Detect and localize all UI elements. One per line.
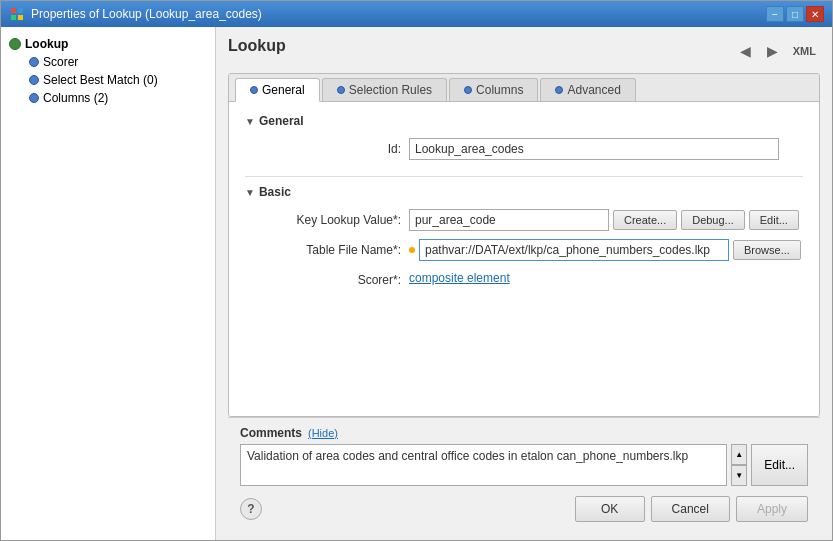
lookup-icon <box>9 38 21 50</box>
sidebar-item-lookup[interactable]: Lookup <box>1 35 215 53</box>
svg-rect-0 <box>11 8 16 13</box>
nav-forward-button[interactable]: ▶ <box>762 40 783 62</box>
scorer-icon <box>29 57 39 67</box>
sidebar-item-lookup-label: Lookup <box>25 37 68 51</box>
title-bar: Properties of Lookup (Lookup_area_codes)… <box>1 1 832 27</box>
scorer-label: Scorer*: <box>261 269 401 287</box>
sidebar-item-select-best-match-label: Select Best Match (0) <box>43 73 158 87</box>
window-content: Lookup Scorer Select Best Match (0) Colu… <box>1 27 832 540</box>
sidebar-item-columns-label: Columns (2) <box>43 91 108 105</box>
comments-header: Comments (Hide) <box>240 426 808 440</box>
section-divider <box>245 176 803 177</box>
scorer-link[interactable]: composite element <box>409 271 510 285</box>
general-collapse-btn[interactable]: ▼ <box>245 116 255 127</box>
key-lookup-row: Create... Debug... Edit... <box>409 209 803 231</box>
sidebar: Lookup Scorer Select Best Match (0) Colu… <box>1 27 216 540</box>
hide-comments-link[interactable]: (Hide) <box>308 427 338 439</box>
create-button[interactable]: Create... <box>613 210 677 230</box>
comments-label: Comments <box>240 426 302 440</box>
main-window: Properties of Lookup (Lookup_area_codes)… <box>0 0 833 541</box>
comments-section: Comments (Hide) Validation of area codes… <box>240 426 808 486</box>
title-controls: − □ ✕ <box>766 6 824 22</box>
sidebar-item-scorer-label: Scorer <box>43 55 78 69</box>
comments-textarea[interactable]: Validation of area codes and central off… <box>240 444 727 486</box>
action-buttons: OK Cancel Apply <box>575 496 808 522</box>
tab-advanced-label: Advanced <box>567 83 620 97</box>
tab-general-icon <box>250 86 258 94</box>
svg-rect-3 <box>18 15 23 20</box>
tab-general-label: General <box>262 83 305 97</box>
key-lookup-label: Key Lookup Value*: <box>261 209 401 231</box>
key-lookup-input[interactable] <box>409 209 609 231</box>
bottom-bar: Comments (Hide) Validation of area codes… <box>228 417 820 530</box>
sidebar-item-scorer[interactable]: Scorer <box>1 53 215 71</box>
sidebar-item-columns[interactable]: Columns (2) <box>1 89 215 107</box>
table-file-input[interactable] <box>419 239 729 261</box>
table-file-row: Browse... <box>409 239 803 261</box>
window-title: Properties of Lookup (Lookup_area_codes) <box>31 7 262 21</box>
tabs-header: General Selection Rules Columns Advanced <box>229 74 819 102</box>
ok-button[interactable]: OK <box>575 496 645 522</box>
nav-area: ◀ ▶ XML <box>735 40 820 62</box>
general-form: Id: <box>261 138 803 160</box>
scroll-up-button[interactable]: ▲ <box>731 444 747 465</box>
svg-rect-2 <box>11 15 16 20</box>
sidebar-item-select-best-match[interactable]: Select Best Match (0) <box>1 71 215 89</box>
apply-button[interactable]: Apply <box>736 496 808 522</box>
cancel-button[interactable]: Cancel <box>651 496 730 522</box>
id-label: Id: <box>261 138 401 160</box>
table-file-label: Table File Name*: <box>261 239 401 261</box>
columns-icon <box>29 93 39 103</box>
tab-content-general: ▼ General Id: ▼ Basic <box>229 102 819 416</box>
id-value-row <box>409 138 803 160</box>
main-area: Lookup ◀ ▶ XML General Selection Rules <box>216 27 832 540</box>
main-title: Lookup <box>228 37 286 55</box>
minimize-button[interactable]: − <box>766 6 784 22</box>
close-button[interactable]: ✕ <box>806 6 824 22</box>
tab-advanced[interactable]: Advanced <box>540 78 635 101</box>
xml-button[interactable]: XML <box>789 43 820 59</box>
basic-section-title: Basic <box>259 185 291 199</box>
nav-back-button[interactable]: ◀ <box>735 40 756 62</box>
scroll-down-button[interactable]: ▼ <box>731 465 747 486</box>
title-bar-left: Properties of Lookup (Lookup_area_codes) <box>9 6 262 22</box>
debug-button[interactable]: Debug... <box>681 210 745 230</box>
browse-button[interactable]: Browse... <box>733 240 801 260</box>
svg-rect-1 <box>18 8 23 13</box>
edit-value-button[interactable]: Edit... <box>749 210 799 230</box>
basic-collapse-btn[interactable]: ▼ <box>245 187 255 198</box>
tab-selection-rules-label: Selection Rules <box>349 83 432 97</box>
general-section-title: General <box>259 114 304 128</box>
tab-selection-rules-icon <box>337 86 345 94</box>
help-button[interactable]: ? <box>240 498 262 520</box>
tab-columns[interactable]: Columns <box>449 78 538 101</box>
basic-form: Key Lookup Value*: Create... Debug... Ed… <box>261 209 803 287</box>
maximize-button[interactable]: □ <box>786 6 804 22</box>
scorer-row: composite element <box>409 269 803 287</box>
tab-columns-label: Columns <box>476 83 523 97</box>
tab-general[interactable]: General <box>235 78 320 102</box>
select-best-match-icon <box>29 75 39 85</box>
warning-indicator <box>409 247 415 253</box>
scroll-controls: ▲ ▼ <box>731 444 747 486</box>
general-section-header: ▼ General <box>245 114 803 128</box>
id-input[interactable] <box>409 138 779 160</box>
comments-row: Validation of area codes and central off… <box>240 444 808 486</box>
tab-advanced-icon <box>555 86 563 94</box>
basic-section-header: ▼ Basic <box>245 185 803 199</box>
tabs-container: General Selection Rules Columns Advanced <box>228 73 820 417</box>
tab-columns-icon <box>464 86 472 94</box>
app-icon <box>9 6 25 22</box>
action-bar: ? OK Cancel Apply <box>240 492 808 522</box>
comments-edit-button[interactable]: Edit... <box>751 444 808 486</box>
tab-selection-rules[interactable]: Selection Rules <box>322 78 447 101</box>
